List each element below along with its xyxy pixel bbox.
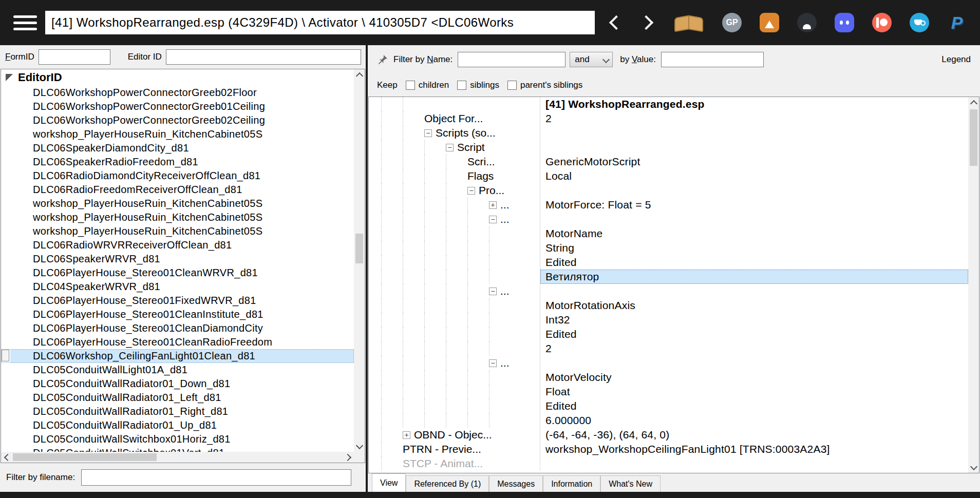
editorid-item[interactable]: DLC05ConduitWallRadiator01_Left_d81 bbox=[1, 391, 354, 405]
filename-filter-input[interactable] bbox=[81, 469, 351, 486]
grid-row-value[interactable]: 2 bbox=[540, 111, 968, 126]
grid-row[interactable]: MotorRotationAxis bbox=[369, 298, 968, 313]
kofi-icon[interactable] bbox=[910, 13, 929, 32]
grid-row[interactable]: FlagsLocal bbox=[369, 169, 968, 183]
grid-row-value[interactable]: Ветилятор bbox=[540, 270, 968, 284]
editorid-item[interactable]: DLC06PlayerHouse_Stereo01FixedWRVR_d81 bbox=[1, 294, 354, 308]
grid-row[interactable]: 2 bbox=[369, 341, 968, 356]
grid-row-value[interactable]: 6.000000 bbox=[540, 413, 968, 428]
grid-row-value[interactable] bbox=[540, 284, 968, 298]
grid-row[interactable]: MotorVelocity bbox=[369, 370, 968, 385]
tree-root-node[interactable]: EditorID bbox=[1, 69, 354, 86]
grid-row[interactable]: Edited bbox=[369, 327, 968, 341]
filter-name-input[interactable] bbox=[458, 52, 566, 67]
editorid-item[interactable]: DLC06WorkshopPowerConnectorGreeb02Floor bbox=[1, 86, 354, 100]
editorid-item[interactable]: DLC06SpeakerRadioFreedom_d81 bbox=[1, 155, 354, 169]
editorid-item[interactable]: DLC06PlayerHouse_Stereo01CleanWRVR_d81 bbox=[1, 266, 354, 280]
grid-row-value[interactable] bbox=[540, 183, 968, 198]
editorid-item[interactable]: DLC06RadioWRVRReceiverOffClean_d81 bbox=[1, 238, 354, 252]
grid-row[interactable]: +OBND - Objec...(-64, -64, -36), (64, 64… bbox=[369, 428, 968, 442]
github-icon[interactable] bbox=[797, 13, 817, 32]
forward-button[interactable] bbox=[635, 11, 657, 34]
grid-row[interactable]: Edited bbox=[369, 255, 968, 270]
grid-row[interactable]: Float bbox=[369, 385, 968, 399]
checkbox-icon[interactable] bbox=[507, 81, 517, 90]
grid-row[interactable]: −Script bbox=[369, 140, 968, 155]
formid-input[interactable] bbox=[39, 49, 110, 65]
tab-referenced-by-1-[interactable]: Referenced By (1) bbox=[406, 475, 489, 492]
grid-row-value[interactable]: MotorVelocity bbox=[540, 370, 968, 385]
grid-row-value[interactable] bbox=[540, 140, 968, 155]
grid-row[interactable]: 6.000000 bbox=[369, 413, 968, 428]
editorid-item[interactable]: DLC04SpeakerWRVR_d81 bbox=[1, 280, 354, 294]
checkbox-icon[interactable] bbox=[406, 81, 415, 90]
filter-operator-select[interactable]: and bbox=[570, 52, 613, 67]
editorid-item[interactable]: DLC06SpeakerDiamondCity_d81 bbox=[1, 141, 354, 155]
grid-vertical-scrollbar[interactable] bbox=[968, 97, 979, 473]
editorid-item[interactable]: DLC06RadioDiamondCityReceiverOffClean_d8… bbox=[1, 169, 354, 183]
patreon-icon[interactable] bbox=[872, 13, 892, 32]
filter-value-input[interactable] bbox=[661, 52, 764, 67]
grid-row-value[interactable]: Edited bbox=[540, 399, 968, 413]
gamerpoets-icon[interactable]: GP bbox=[722, 13, 742, 32]
grid-row[interactable]: Object For...2 bbox=[369, 111, 968, 126]
editorid-item[interactable]: workshop_PlayerHouseRuin_KitchenCabinet0… bbox=[1, 224, 354, 238]
xedit-docs-icon[interactable] bbox=[673, 13, 704, 32]
grid-row-value[interactable] bbox=[540, 212, 968, 226]
grid-row[interactable]: STCP - Animat... bbox=[369, 456, 968, 471]
tab-view[interactable]: View bbox=[372, 473, 406, 492]
tree-horizontal-scrollbar[interactable] bbox=[1, 452, 354, 463]
tab-information[interactable]: Information bbox=[543, 475, 600, 492]
editorid-item[interactable]: workshop_PlayerHouseRuin_KitchenCabinet0… bbox=[1, 127, 354, 141]
grid-row[interactable]: −... bbox=[369, 356, 968, 370]
collapse-icon[interactable]: − bbox=[446, 144, 454, 151]
grid-row[interactable]: String bbox=[369, 241, 968, 255]
grid-row-value[interactable]: MotorRotationAxis bbox=[540, 298, 968, 313]
scrollbar-thumb[interactable] bbox=[355, 234, 363, 263]
editorid-input[interactable] bbox=[166, 49, 361, 65]
scroll-up-button[interactable] bbox=[968, 97, 979, 108]
expand-icon[interactable]: + bbox=[489, 201, 497, 209]
collapse-icon[interactable]: − bbox=[467, 187, 475, 195]
keep-option-parent-s-siblings[interactable]: parent's siblings bbox=[507, 80, 582, 90]
editorid-item[interactable]: DLC05ConduitWallSwitchbox01Vert_d81 bbox=[1, 446, 354, 452]
grid-row-value[interactable] bbox=[540, 126, 968, 140]
grid-row[interactable]: [41] WorkshopRearranged.esp bbox=[369, 97, 968, 111]
editorid-item[interactable]: workshop_PlayerHouseRuin_KitchenCabinet0… bbox=[1, 197, 354, 210]
scrollbar-thumb[interactable] bbox=[13, 453, 157, 461]
tree-vertical-scrollbar[interactable] bbox=[354, 69, 365, 452]
grid-row-value[interactable] bbox=[540, 456, 968, 471]
grid-row-value[interactable]: GenericMotorScript bbox=[540, 155, 968, 169]
scrollbar-thumb[interactable] bbox=[970, 109, 977, 166]
scroll-down-button[interactable] bbox=[968, 462, 979, 473]
grid-row[interactable]: Scri...GenericMotorScript bbox=[369, 155, 968, 169]
grid-row-value[interactable]: Int32 bbox=[540, 313, 968, 327]
legend-button[interactable]: Legend bbox=[941, 54, 971, 65]
grid-row-value[interactable]: (-64, -64, -36), (64, 64, 0) bbox=[540, 428, 968, 442]
grid-row-value[interactable]: 2 bbox=[540, 341, 968, 356]
scroll-left-button[interactable] bbox=[1, 452, 12, 463]
paypal-icon[interactable]: P bbox=[947, 13, 967, 32]
collapse-icon[interactable]: − bbox=[424, 129, 432, 137]
editorid-item[interactable]: DLC06Workshop_CeilingFanLight01Clean_d81 bbox=[1, 349, 354, 363]
grid-row[interactable]: −Pro... bbox=[369, 183, 968, 198]
editorid-item[interactable]: DLC06PlayerHouse_Stereo01CleanDiamondCit… bbox=[1, 321, 354, 335]
grid-row[interactable]: Ветилятор bbox=[369, 270, 968, 284]
record-path-display[interactable]: [41] WorkshopRearranged.esp (4C329F4D) \… bbox=[45, 11, 595, 34]
editorid-item[interactable]: DLC05ConduitWallLight01A_d81 bbox=[1, 363, 354, 377]
grid-row-value[interactable]: MotorName bbox=[540, 226, 968, 241]
scroll-right-button[interactable] bbox=[343, 452, 354, 463]
grid-row[interactable]: Int32 bbox=[369, 313, 968, 327]
checkbox-icon[interactable] bbox=[457, 81, 466, 90]
editorid-item[interactable]: DLC06WorkshopPowerConnectorGreeb01Ceilin… bbox=[1, 100, 354, 113]
grid-row[interactable]: −... bbox=[369, 284, 968, 298]
grid-row-value[interactable]: String bbox=[540, 241, 968, 255]
tab-what-s-new[interactable]: What's New bbox=[600, 475, 661, 492]
menu-button[interactable] bbox=[13, 15, 37, 30]
editorid-item[interactable]: DLC06WorkshopPowerConnectorGreeb02Ceilin… bbox=[1, 113, 354, 127]
collapse-icon[interactable]: − bbox=[489, 288, 497, 295]
expand-icon[interactable]: + bbox=[403, 431, 410, 439]
grid-row-value[interactable]: MotorForce: Float = 5 bbox=[540, 198, 968, 212]
back-button[interactable] bbox=[605, 11, 628, 34]
keep-option-children[interactable]: children bbox=[406, 80, 449, 90]
